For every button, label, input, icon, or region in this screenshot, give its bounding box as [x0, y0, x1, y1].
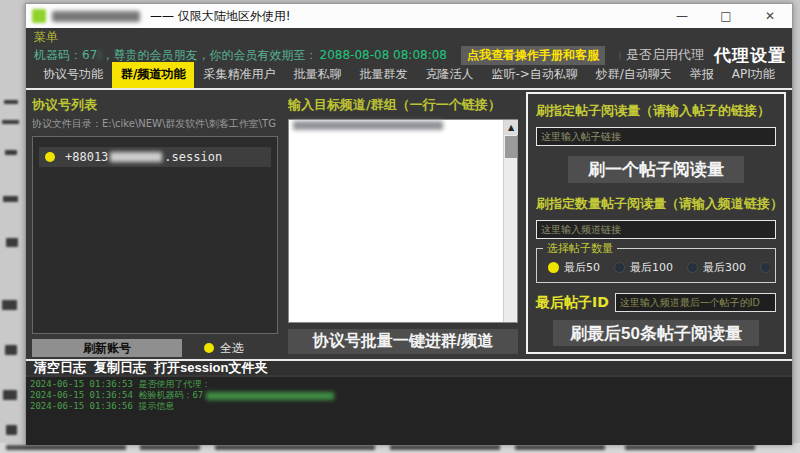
count-option-600[interactable]: 最后600 — [755, 260, 769, 275]
protocol-list-title: 协议号列表 — [32, 96, 282, 114]
tab-bulk-group-send[interactable]: 批量群发 — [350, 62, 416, 88]
app-window: —— 仅限大陆地区外使用! — □ ✕ 菜单 机器码： 67 ，尊贵的会员朋友，… — [25, 3, 793, 445]
tab-collect-users[interactable]: 采集精准用户 — [194, 62, 284, 88]
count-300-radio[interactable] — [687, 262, 698, 273]
tab-bulk-dm[interactable]: 批量私聊 — [284, 62, 350, 88]
textarea-scrollbar[interactable]: ▲ — [503, 120, 517, 322]
session-list-item[interactable]: +88013 .session — [39, 147, 271, 167]
session-selected-radio[interactable] — [45, 152, 55, 162]
count-option-50[interactable]: 最后50 — [543, 260, 600, 275]
minimize-button[interactable]: — — [660, 4, 704, 28]
title-bar: —— 仅限大陆地区外使用! — □ ✕ — [26, 4, 792, 28]
count-option-100[interactable]: 最后100 — [609, 260, 673, 275]
select-all-radio[interactable] — [204, 343, 214, 353]
boost-last-50-button[interactable]: 刷最后50条帖子阅读量 — [553, 320, 759, 346]
bulk-join-button[interactable]: 协议号批量一键进群/频道 — [288, 329, 518, 354]
protocol-list-panel: 协议号列表 协议文件目录：E:\cike\NEW\群发软件\刺客工作室\TG +… — [32, 96, 282, 357]
window-controls: — □ ✕ — [660, 4, 792, 28]
session-actions: 刷新账号 全选 — [32, 339, 282, 357]
single-post-section-title: 刷指定帖子阅读量（请输入帖子的链接） — [536, 102, 776, 120]
window-title: —— 仅限大陆地区外使用! — [150, 8, 291, 25]
proxy-toggle-radio[interactable] — [619, 50, 621, 61]
last-post-id-label: 最后帖子ID — [536, 294, 609, 312]
count-50-radio[interactable] — [548, 262, 559, 273]
multi-post-section-title: 刷指定数量帖子阅读量（请输入频道链接） — [536, 195, 776, 213]
close-button[interactable]: ✕ — [748, 4, 792, 28]
log-console: 2024-06-15 01:36:53 是否使用了代理： 2024-06-15 … — [26, 377, 792, 445]
session-redacted — [110, 152, 162, 162]
member-text: ，尊贵的会员朋友，你的会员有效期至： — [102, 47, 318, 64]
tab-group-channel[interactable]: 群/频道功能 — [112, 62, 194, 88]
membership-expiry: 2088-08-08 08:08:08 — [320, 48, 447, 62]
read-boost-panel: 刷指定帖子阅读量（请输入帖子的链接） 刷一个帖子阅读量 刷指定数量帖子阅读量（请… — [526, 92, 786, 354]
tab-auto-chat[interactable]: 炒群/自动聊天 — [587, 62, 681, 88]
session-listbox[interactable]: +88013 .session — [32, 136, 278, 334]
desktop-background: —— 仅限大陆地区外使用! — □ ✕ 菜单 机器码： 67 ，尊贵的会员朋友，… — [0, 0, 800, 453]
menu-bar-item[interactable]: 菜单 — [34, 29, 58, 46]
tab-report[interactable]: 举报 — [681, 62, 723, 88]
select-all-label: 全选 — [220, 340, 244, 357]
refresh-accounts-button[interactable]: 刷新账号 — [32, 339, 182, 357]
protocol-dir-path: 协议文件目录：E:\cike\NEW\群发软件\刺客工作室\TG — [32, 117, 278, 131]
target-input-panel: 输入目标频道/群组（一行一个链接） ▲ 协议号批量一键进群/频道 — [288, 96, 522, 354]
post-count-groupbox: 选择帖子数量 最后50 最后100 — [536, 248, 776, 283]
log-entry: 2024-06-15 01:36:56 提示信息 — [30, 401, 788, 412]
count-100-radio[interactable] — [614, 262, 625, 273]
tab-listen-auto-dm[interactable]: 监听->自动私聊 — [482, 62, 586, 88]
tab-protocol-accounts[interactable]: 协议号功能 — [34, 62, 112, 88]
copy-log-button[interactable]: 复制日志 — [94, 359, 146, 377]
log-entry: 2024-06-15 01:36:54 检验机器码：67 — [30, 390, 788, 401]
target-links-redacted — [293, 121, 443, 130]
window-body: 菜单 机器码： 67 ，尊贵的会员朋友，你的会员有效期至： 2088-08-08… — [26, 28, 792, 445]
last-post-id-input[interactable] — [615, 293, 776, 312]
main-content: 协议号列表 协议文件目录：E:\cike\NEW\群发软件\刺客工作室\TG +… — [26, 88, 792, 357]
post-count-group-title: 选择帖子数量 — [543, 241, 617, 256]
log-entry: 2024-06-15 01:36:53 是否使用了代理： — [30, 379, 788, 390]
scrollbar-thumb[interactable] — [505, 136, 517, 158]
scroll-up-icon[interactable]: ▲ — [504, 120, 518, 135]
channel-link-input[interactable] — [536, 220, 776, 239]
maximize-button[interactable]: □ — [704, 4, 748, 28]
log-machine-code-redacted — [206, 392, 334, 400]
session-name: +88013 .session — [65, 150, 222, 164]
post-count-options: 最后50 最后100 最后300 — [543, 260, 769, 275]
machine-code-label: 机器码： — [34, 47, 82, 64]
tab-clone-members[interactable]: 克隆活人 — [416, 62, 482, 88]
open-session-folder-button[interactable]: 打开session文件夹 — [154, 359, 267, 377]
count-option-300[interactable]: 最后300 — [682, 260, 746, 275]
count-600-radio[interactable] — [760, 262, 769, 273]
tab-bar: 协议号功能 群/频道功能 采集精准用户 批量私聊 批量群发 克隆活人 监听->自… — [34, 65, 788, 88]
app-title-redacted — [52, 11, 140, 22]
clear-log-button[interactable]: 清空日志 — [34, 359, 86, 377]
post-link-input[interactable] — [536, 127, 776, 146]
machine-code-prefix: 67 — [82, 48, 97, 62]
boost-single-post-button[interactable]: 刷一个帖子阅读量 — [568, 156, 744, 183]
target-links-textarea[interactable]: ▲ — [288, 119, 518, 323]
tab-api[interactable]: API功能 — [723, 62, 784, 88]
log-toolbar: 清空日志 复制日志 打开session文件夹 — [26, 359, 792, 375]
last-post-id-row: 最后帖子ID — [536, 293, 776, 312]
select-all-toggle[interactable]: 全选 — [198, 340, 244, 357]
app-icon — [32, 9, 46, 23]
target-input-title: 输入目标频道/群组（一行一个链接） — [288, 96, 522, 114]
